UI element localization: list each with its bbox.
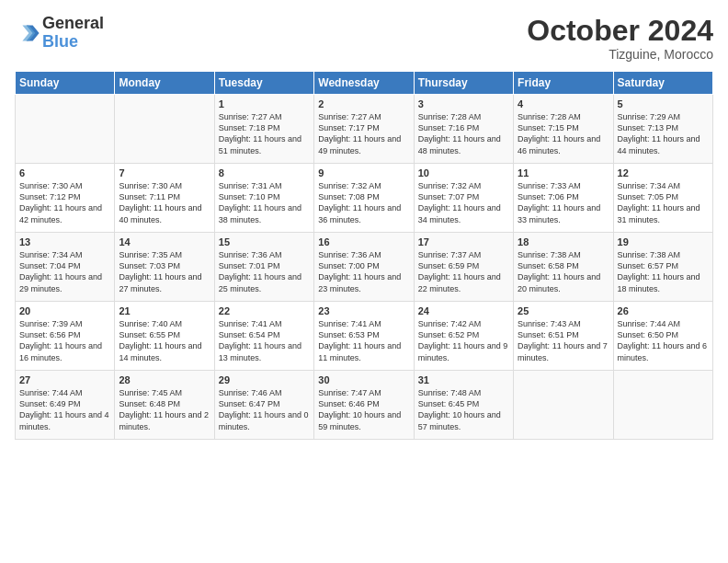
cell-text: Sunset: 7:17 PM xyxy=(318,122,409,133)
day-number: 10 xyxy=(418,167,509,178)
title-block: October 2024 Tizguine, Morocco xyxy=(527,15,713,62)
cell-text: Sunset: 6:51 PM xyxy=(518,329,609,340)
day-number: 26 xyxy=(618,305,709,316)
cell-text: Sunset: 7:04 PM xyxy=(19,260,110,271)
day-number: 28 xyxy=(119,374,210,385)
cell-text: Daylight: 10 hours and 57 minutes. xyxy=(418,409,509,431)
day-number: 12 xyxy=(618,167,709,178)
cell-text: Sunset: 6:47 PM xyxy=(219,398,310,409)
cell-text: Sunset: 7:13 PM xyxy=(618,122,709,133)
cell-text: Sunrise: 7:38 AM xyxy=(618,249,709,260)
cell-text: Sunset: 7:00 PM xyxy=(318,260,409,271)
day-number: 4 xyxy=(518,98,609,109)
calendar-cell: 1Sunrise: 7:27 AMSunset: 7:18 PMDaylight… xyxy=(214,95,313,164)
cell-text: Sunrise: 7:32 AM xyxy=(318,180,409,191)
calendar-week-row: 27Sunrise: 7:44 AMSunset: 6:49 PMDayligh… xyxy=(16,371,713,440)
day-number: 31 xyxy=(418,374,509,385)
cell-text: Sunrise: 7:40 AM xyxy=(119,318,210,329)
cell-text: Sunset: 7:01 PM xyxy=(219,260,310,271)
cell-text: Sunrise: 7:27 AM xyxy=(219,111,310,122)
day-number: 27 xyxy=(19,374,110,385)
day-number: 2 xyxy=(318,98,409,109)
cell-text: Sunrise: 7:47 AM xyxy=(318,387,409,398)
day-number: 30 xyxy=(318,374,409,385)
header-row: SundayMondayTuesdayWednesdayThursdayFrid… xyxy=(16,72,713,95)
calendar-cell xyxy=(115,95,214,164)
cell-text: Sunrise: 7:39 AM xyxy=(19,318,110,329)
calendar-cell: 29Sunrise: 7:46 AMSunset: 6:47 PMDayligh… xyxy=(214,371,313,440)
cell-text: Daylight: 11 hours and 4 minutes. xyxy=(19,409,110,431)
day-number: 6 xyxy=(19,167,110,178)
cell-text: Sunset: 7:06 PM xyxy=(518,191,609,202)
cell-text: Daylight: 11 hours and 38 minutes. xyxy=(219,202,310,224)
cell-text: Sunset: 6:45 PM xyxy=(418,398,509,409)
calendar-cell: 12Sunrise: 7:34 AMSunset: 7:05 PMDayligh… xyxy=(613,164,712,233)
day-number: 29 xyxy=(219,374,310,385)
cell-text: Daylight: 11 hours and 9 minutes. xyxy=(418,340,509,362)
calendar-cell: 26Sunrise: 7:44 AMSunset: 6:50 PMDayligh… xyxy=(613,302,712,371)
logo-icon xyxy=(15,20,40,46)
cell-text: Sunrise: 7:30 AM xyxy=(119,180,210,191)
calendar-cell: 6Sunrise: 7:30 AMSunset: 7:12 PMDaylight… xyxy=(16,164,115,233)
month-title: October 2024 xyxy=(527,15,713,47)
calendar-cell: 31Sunrise: 7:48 AMSunset: 6:45 PMDayligh… xyxy=(414,371,513,440)
cell-text: Sunrise: 7:37 AM xyxy=(418,249,509,260)
cell-text: Sunset: 7:16 PM xyxy=(418,122,509,133)
day-number: 19 xyxy=(618,236,709,247)
cell-text: Sunrise: 7:35 AM xyxy=(119,249,210,260)
cell-text: Sunrise: 7:34 AM xyxy=(618,180,709,191)
calendar-week-row: 1Sunrise: 7:27 AMSunset: 7:18 PMDaylight… xyxy=(16,95,713,164)
cell-text: Sunrise: 7:43 AM xyxy=(518,318,609,329)
cell-text: Sunrise: 7:31 AM xyxy=(219,180,310,191)
cell-text: Daylight: 11 hours and 7 minutes. xyxy=(518,340,609,362)
cell-text: Daylight: 11 hours and 33 minutes. xyxy=(518,202,609,224)
calendar-cell: 27Sunrise: 7:44 AMSunset: 6:49 PMDayligh… xyxy=(16,371,115,440)
cell-text: Sunset: 6:50 PM xyxy=(618,329,709,340)
cell-text: Sunrise: 7:36 AM xyxy=(318,249,409,260)
cell-text: Sunrise: 7:27 AM xyxy=(318,111,409,122)
cell-text: Daylight: 11 hours and 44 minutes. xyxy=(618,133,709,155)
calendar-table: SundayMondayTuesdayWednesdayThursdayFrid… xyxy=(15,71,713,440)
calendar-cell: 5Sunrise: 7:29 AMSunset: 7:13 PMDaylight… xyxy=(613,95,712,164)
cell-text: Daylight: 11 hours and 2 minutes. xyxy=(119,409,210,431)
calendar-cell xyxy=(16,95,115,164)
logo-line2: Blue xyxy=(42,33,104,52)
cell-text: Sunset: 6:54 PM xyxy=(219,329,310,340)
calendar-cell: 19Sunrise: 7:38 AMSunset: 6:57 PMDayligh… xyxy=(613,233,712,302)
cell-text: Daylight: 11 hours and 31 minutes. xyxy=(618,202,709,224)
day-number: 13 xyxy=(19,236,110,247)
calendar-cell: 17Sunrise: 7:37 AMSunset: 6:59 PMDayligh… xyxy=(414,233,513,302)
cell-text: Daylight: 11 hours and 11 minutes. xyxy=(318,340,409,362)
weekday-header: Monday xyxy=(115,72,214,95)
calendar-cell: 25Sunrise: 7:43 AMSunset: 6:51 PMDayligh… xyxy=(514,302,613,371)
calendar-cell: 30Sunrise: 7:47 AMSunset: 6:46 PMDayligh… xyxy=(314,371,414,440)
calendar-cell: 11Sunrise: 7:33 AMSunset: 7:06 PMDayligh… xyxy=(514,164,613,233)
cell-text: Sunset: 6:56 PM xyxy=(19,329,110,340)
calendar-week-row: 13Sunrise: 7:34 AMSunset: 7:04 PMDayligh… xyxy=(16,233,713,302)
cell-text: Sunrise: 7:41 AM xyxy=(318,318,409,329)
cell-text: Sunrise: 7:36 AM xyxy=(219,249,310,260)
cell-text: Sunrise: 7:41 AM xyxy=(219,318,310,329)
cell-text: Sunrise: 7:29 AM xyxy=(618,111,709,122)
cell-text: Sunset: 6:52 PM xyxy=(418,329,509,340)
weekday-header: Wednesday xyxy=(314,72,414,95)
calendar-cell: 13Sunrise: 7:34 AMSunset: 7:04 PMDayligh… xyxy=(16,233,115,302)
cell-text: Daylight: 11 hours and 49 minutes. xyxy=(318,133,409,155)
cell-text: Daylight: 11 hours and 20 minutes. xyxy=(518,271,609,293)
cell-text: Sunrise: 7:34 AM xyxy=(19,249,110,260)
day-number: 8 xyxy=(219,167,310,178)
cell-text: Sunrise: 7:28 AM xyxy=(518,111,609,122)
calendar-cell: 23Sunrise: 7:41 AMSunset: 6:53 PMDayligh… xyxy=(314,302,414,371)
calendar-week-row: 6Sunrise: 7:30 AMSunset: 7:12 PMDaylight… xyxy=(16,164,713,233)
cell-text: Sunset: 6:58 PM xyxy=(518,260,609,271)
cell-text: Daylight: 11 hours and 14 minutes. xyxy=(119,340,210,362)
calendar-cell: 4Sunrise: 7:28 AMSunset: 7:15 PMDaylight… xyxy=(514,95,613,164)
calendar-cell xyxy=(613,371,712,440)
cell-text: Sunrise: 7:48 AM xyxy=(418,387,509,398)
calendar-cell: 15Sunrise: 7:36 AMSunset: 7:01 PMDayligh… xyxy=(214,233,313,302)
calendar-cell: 2Sunrise: 7:27 AMSunset: 7:17 PMDaylight… xyxy=(314,95,414,164)
cell-text: Daylight: 11 hours and 25 minutes. xyxy=(219,271,310,293)
cell-text: Sunrise: 7:44 AM xyxy=(618,318,709,329)
page: General Blue October 2024 Tizguine, Moro… xyxy=(0,0,728,563)
header: General Blue October 2024 Tizguine, Moro… xyxy=(15,15,713,62)
